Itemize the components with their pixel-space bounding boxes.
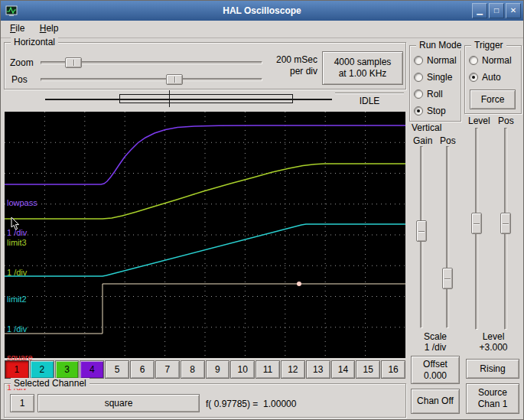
channel-button-2[interactable]: 2: [30, 360, 54, 379]
slider-handle[interactable]: [166, 74, 183, 85]
time-scale-value: 200 mSec: [261, 54, 317, 65]
channel-button-11[interactable]: 11: [255, 360, 280, 379]
menu-file[interactable]: File: [4, 21, 31, 36]
channel-button-row: 12345678910111213141516: [5, 360, 405, 379]
channel-button-5[interactable]: 5: [105, 360, 129, 379]
trigger-level-slider[interactable]: [470, 128, 483, 330]
channel-button-16[interactable]: 16: [381, 360, 405, 379]
force-button[interactable]: Force: [470, 90, 516, 109]
vertical-pos-slider[interactable]: [441, 146, 454, 328]
minimize-button[interactable]: ▁: [472, 3, 487, 18]
window-title: HAL Oscilloscope: [1, 1, 523, 21]
scale-value: 1 /div: [409, 342, 461, 353]
window-controls: ▁ □ ✕: [472, 3, 521, 18]
zoom-label: Zoom: [10, 57, 34, 68]
channel-button-7[interactable]: 7: [155, 360, 180, 379]
channel-button-13[interactable]: 13: [306, 360, 330, 379]
trace-lowpass: [5, 125, 405, 184]
selected-channel-legend: Selected Channel: [11, 378, 90, 389]
trigger-level-label: Level: [468, 116, 490, 126]
hal-oscilloscope-window: HAL Oscilloscope ▁ □ ✕ File Help Horizon…: [0, 0, 524, 420]
slider-handle[interactable]: [65, 57, 82, 68]
gain-label: Gain: [413, 135, 432, 146]
radio-icon: [414, 90, 423, 99]
trigger-pos-label: Pos: [498, 116, 514, 126]
channel-button-10[interactable]: 10: [230, 360, 255, 379]
vertical-title: Vertical: [412, 122, 441, 133]
slider-trough: [446, 146, 449, 328]
record-window-box: [119, 94, 293, 103]
chan-off-button[interactable]: Chan Off: [411, 389, 460, 414]
scope-display[interactable]: lowpass 1 /div limit3 1 /div limit2 1 /d…: [5, 112, 405, 358]
channel-value-readout: f( 0.97785) = 1.00000: [206, 399, 296, 409]
radio-icon: [414, 106, 423, 116]
scale-caption: Scale: [409, 331, 461, 342]
channel-button-3[interactable]: 3: [55, 360, 80, 379]
channel-button-14[interactable]: 14: [331, 360, 356, 379]
runmode-radio-stop[interactable]: Stop: [414, 105, 446, 117]
runmode-radio-single[interactable]: Single: [414, 71, 452, 83]
samples-rate-button[interactable]: 4000 samples at 1.00 KHz: [322, 51, 403, 85]
slider-handle[interactable]: [500, 213, 511, 234]
channel-button-15[interactable]: 15: [356, 360, 380, 379]
acquisition-status: IDLE: [335, 93, 404, 108]
time-scale-unit: per div: [261, 66, 317, 77]
selected-channel-number-button[interactable]: 1: [10, 394, 34, 412]
trigger-level-caption: Level: [464, 331, 522, 342]
selected-channel-name-button[interactable]: square: [37, 394, 200, 412]
radio-icon: [469, 73, 478, 82]
channel-button-6[interactable]: 6: [130, 360, 155, 379]
close-button[interactable]: ✕: [506, 3, 521, 18]
trigger-radio-auto[interactable]: Auto: [469, 71, 501, 83]
horizontal-pos-label: Pos: [11, 74, 28, 85]
trigger-marker-dot: [297, 282, 301, 286]
radio-icon: [414, 56, 423, 65]
trigger-edge-button[interactable]: Rising: [466, 359, 519, 379]
run-mode-legend: Run Mode: [416, 40, 464, 50]
runmode-radio-roll[interactable]: Roll: [414, 88, 443, 100]
horizontal-pos-slider[interactable]: [41, 73, 262, 86]
trigger-source-button[interactable]: Source Chan 1: [466, 383, 519, 414]
offset-button[interactable]: Offset 0.000: [411, 356, 460, 384]
slider-handle[interactable]: [442, 268, 453, 289]
slider-trough: [41, 78, 262, 81]
trigger-radio-normal[interactable]: Normal: [469, 54, 512, 67]
channel-button-9[interactable]: 9: [206, 360, 230, 379]
channel-button-1[interactable]: 1: [5, 360, 29, 379]
menubar: File Help: [1, 21, 523, 38]
channel-button-12[interactable]: 12: [281, 360, 305, 379]
titlebar[interactable]: HAL Oscilloscope ▁ □ ✕: [1, 1, 523, 21]
vertical-gain-slider[interactable]: [415, 146, 428, 328]
radio-icon: [414, 73, 423, 82]
menu-help[interactable]: Help: [34, 21, 65, 36]
record-trigger-tick: [169, 90, 170, 107]
radio-icon: [469, 56, 478, 65]
vertical-pos-label: Pos: [440, 135, 456, 146]
horizontal-legend: Horizontal: [11, 37, 58, 47]
slider-handle[interactable]: [416, 220, 427, 242]
trigger-legend: Trigger: [471, 40, 506, 50]
channel-button-4[interactable]: 4: [80, 360, 104, 379]
channel-button-8[interactable]: 8: [181, 360, 205, 379]
trigger-pos-slider[interactable]: [500, 128, 512, 330]
slider-handle[interactable]: [471, 213, 482, 234]
scope-traces: [5, 125, 405, 334]
trigger-level-value: +3.000: [464, 342, 522, 353]
horizontal-zoom-slider[interactable]: [41, 57, 262, 69]
runmode-radio-normal[interactable]: Normal: [414, 54, 457, 67]
scope-canvas: [5, 112, 405, 358]
maximize-button[interactable]: □: [489, 3, 504, 18]
scope-grid: [5, 112, 405, 358]
